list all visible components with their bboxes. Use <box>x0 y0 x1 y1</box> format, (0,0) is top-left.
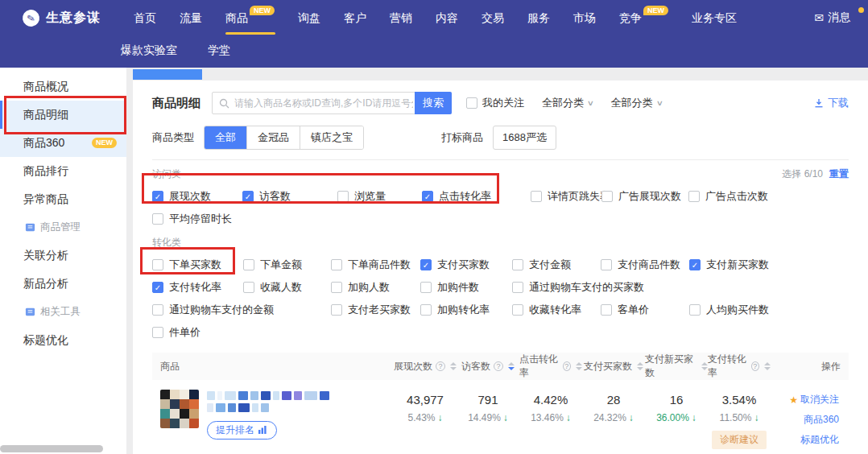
help-icon[interactable]: ? <box>751 361 759 371</box>
sidebar-item-new-product-analysis[interactable]: 新品分析 <box>0 270 126 298</box>
horizontal-scrollbar-top[interactable] <box>133 69 202 80</box>
checkbox-conversion-1-4[interactable] <box>512 282 523 293</box>
filter-option-visit-1-0[interactable]: 平均停留时长 <box>152 212 242 226</box>
filter-option-conversion-1-4[interactable]: 通过购物车支付的买家数 <box>512 280 601 295</box>
product-image-censored[interactable] <box>160 390 199 428</box>
column-header-6[interactable]: 支付转化率? <box>708 353 771 380</box>
filter-option-visit-0-5[interactable]: 广告展现次数 <box>601 189 688 204</box>
filter-option-conversion-1-1[interactable]: 收藏人数 <box>243 280 331 295</box>
sort-icons[interactable] <box>450 362 457 370</box>
sidebar-item-product-manage[interactable]: 商品管理 <box>0 213 126 241</box>
sort-icons[interactable] <box>764 362 771 370</box>
diagnosis-suggestion-badge[interactable]: 诊断建议 <box>712 431 767 449</box>
checkbox-visit-0-4[interactable] <box>531 191 542 202</box>
checkbox-visit-0-6[interactable] <box>688 191 700 202</box>
filter-option-conversion-2-1[interactable]: 支付老买家数 <box>331 303 420 317</box>
filter-option-conversion-3-0[interactable]: 件单价 <box>152 325 243 340</box>
checkbox-conversion-2-2[interactable] <box>420 304 432 316</box>
nav-item-content[interactable]: 内容 <box>436 0 458 35</box>
search-button[interactable]: 搜索 <box>415 92 452 114</box>
help-icon[interactable]: ? <box>563 361 571 371</box>
checkbox-conversion-2-0[interactable] <box>152 304 163 316</box>
nav-item-customer[interactable]: 客户 <box>344 0 366 35</box>
filter-option-visit-0-4[interactable]: 详情页跳失率 <box>531 189 601 204</box>
action-link-2[interactable]: 标题优化 <box>800 433 839 447</box>
download-button[interactable]: 下载 <box>814 96 849 110</box>
sidebar-item-related-tools[interactable]: 相关工具 <box>0 298 126 326</box>
filter-option-conversion-2-4[interactable]: 客单价 <box>601 303 689 317</box>
subnav-item-school[interactable]: 学堂 <box>208 43 230 58</box>
filter-option-conversion-0-4[interactable]: 支付金额 <box>512 258 601 272</box>
app-logo[interactable]: ✎ 生意参谋 <box>23 10 134 27</box>
filter-option-conversion-1-2[interactable]: 加购人数 <box>331 280 420 295</box>
sidebar-item-relation-analysis[interactable]: 关联分析 <box>0 241 126 270</box>
horizontal-scrollbar[interactable] <box>0 445 103 452</box>
checkbox-conversion-0-2[interactable] <box>331 259 342 270</box>
filter-option-conversion-2-3[interactable]: 收藏转化率 <box>512 303 601 317</box>
filter-option-conversion-2-2[interactable]: 加购转化率 <box>420 303 512 317</box>
search-input[interactable] <box>233 93 415 114</box>
checkbox-visit-0-2[interactable] <box>337 191 349 202</box>
filter-option-visit-0-0[interactable]: ✓展现次数 <box>152 189 242 204</box>
checkbox-visit-1-0[interactable] <box>152 213 163 225</box>
category-dropdown-1[interactable]: 全部分类 ∨ <box>542 96 593 110</box>
sidebar-item-title-optimize[interactable]: 标题优化 <box>0 326 126 354</box>
checkbox-conversion-0-5[interactable] <box>601 259 612 270</box>
tag-1688-button[interactable]: 1688严选 <box>493 126 556 150</box>
filter-option-conversion-1-0[interactable]: ✓支付转化率 <box>152 280 243 295</box>
my-follow-checkbox[interactable]: 我的关注 <box>466 96 524 110</box>
reset-link[interactable]: 重置 <box>829 167 849 181</box>
nav-item-service[interactable]: 服务 <box>527 0 550 35</box>
sidebar-item-abnormal-product[interactable]: 异常商品 <box>0 185 126 213</box>
action-link-0[interactable]: ★取消关注 <box>789 393 839 407</box>
checkbox-conversion-1-1[interactable] <box>243 282 254 293</box>
filter-option-conversion-2-0[interactable]: 通过购物车支付的金额 <box>152 303 243 317</box>
checkbox-visit-0-1[interactable]: ✓ <box>242 191 254 202</box>
filter-option-conversion-0-2[interactable]: 下单商品件数 <box>331 258 420 272</box>
filter-option-visit-0-6[interactable]: 广告点击次数 <box>688 189 849 204</box>
column-header-4[interactable]: 支付买家数 <box>582 360 645 374</box>
checkbox-conversion-2-3[interactable] <box>512 304 523 316</box>
filter-option-visit-0-3[interactable]: ✓点击转化率 <box>422 189 531 204</box>
boost-rank-button[interactable]: 提升排名 <box>207 421 277 440</box>
action-link-1[interactable]: 商品360 <box>804 413 839 427</box>
checkbox-conversion-3-0[interactable] <box>152 327 163 338</box>
column-header-5[interactable]: 支付新买家数 <box>645 353 708 380</box>
checkbox-conversion-2-1[interactable] <box>331 304 342 316</box>
checkbox-my-follow[interactable] <box>466 97 477 109</box>
sort-icons[interactable] <box>576 362 582 370</box>
product-title-censored-line-0[interactable] <box>207 390 329 402</box>
checkbox-visit-0-3[interactable]: ✓ <box>422 191 433 202</box>
checkbox-conversion-0-4[interactable] <box>512 259 523 270</box>
messages-button[interactable]: ✉ 消息 <box>814 10 850 25</box>
sort-icons[interactable] <box>508 362 515 370</box>
product-title-censored-line-1[interactable] <box>207 402 329 414</box>
filter-option-conversion-0-6[interactable]: ✓支付新买家数 <box>689 258 849 272</box>
nav-item-home[interactable]: 首页 <box>134 0 156 35</box>
nav-item-biz-zone[interactable]: 业务专区 <box>692 0 737 35</box>
nav-item-product[interactable]: 商品NEW <box>225 0 275 35</box>
checkbox-visit-0-5[interactable] <box>601 191 613 202</box>
checkbox-conversion-0-0[interactable] <box>152 259 163 270</box>
filter-option-conversion-2-5[interactable]: 人均购买件数 <box>689 303 849 317</box>
filter-option-conversion-0-1[interactable]: 下单金额 <box>243 258 331 272</box>
help-icon[interactable]: ? <box>436 361 445 371</box>
column-header-1[interactable]: 展现次数? <box>394 360 457 374</box>
product-type-gold-crown[interactable]: 金冠品 <box>246 126 300 149</box>
product-type-all[interactable]: 全部 <box>205 126 246 149</box>
sort-icons[interactable] <box>701 362 708 370</box>
sidebar-item-product-overview[interactable]: 商品概况 <box>0 72 126 101</box>
sort-icons[interactable] <box>637 362 643 370</box>
checkbox-conversion-2-4[interactable] <box>601 304 612 316</box>
sidebar-item-product-detail[interactable]: 商品明细 <box>0 101 126 129</box>
nav-item-traffic[interactable]: 流量 <box>180 0 202 35</box>
nav-item-compete[interactable]: 竞争NEW <box>619 0 668 35</box>
checkbox-visit-0-0[interactable]: ✓ <box>152 191 163 202</box>
product-type-shop-treasure[interactable]: 镇店之宝 <box>300 126 363 149</box>
nav-item-inquiry[interactable]: 询盘 <box>298 0 320 35</box>
filter-option-conversion-1-3[interactable]: 加购件数 <box>420 280 512 295</box>
checkbox-conversion-0-3[interactable]: ✓ <box>420 259 432 270</box>
category-dropdown-2[interactable]: 全部分类 ∨ <box>611 96 663 110</box>
filter-option-visit-0-1[interactable]: ✓访客数 <box>242 189 337 204</box>
checkbox-conversion-1-0[interactable]: ✓ <box>152 282 163 293</box>
